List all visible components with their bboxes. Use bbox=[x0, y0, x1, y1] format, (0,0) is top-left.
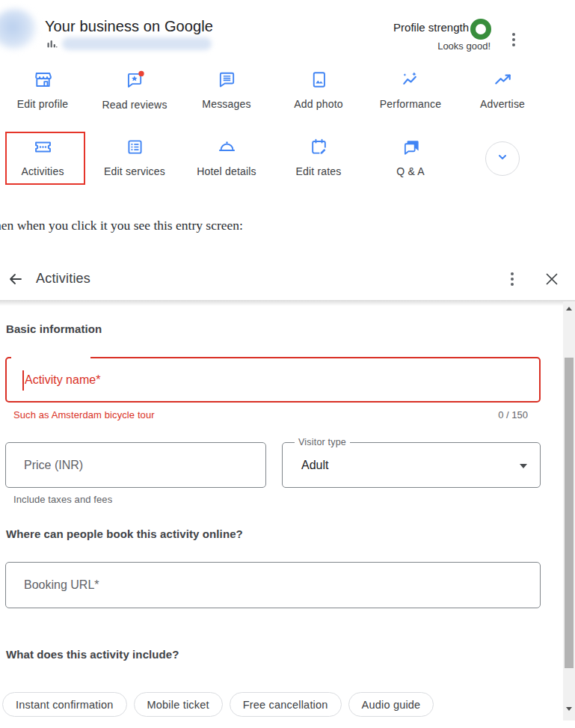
action-label: Edit rates bbox=[274, 165, 363, 177]
notification-dot bbox=[138, 71, 144, 76]
action-label: Messages bbox=[182, 98, 271, 110]
business-logo-blurred bbox=[0, 9, 37, 49]
activity-name-helper: Such as Amsterdam bicycle tour bbox=[13, 409, 155, 420]
ticket-icon bbox=[33, 137, 53, 158]
action-label: Advertise bbox=[458, 98, 547, 110]
booking-url-input[interactable] bbox=[6, 563, 540, 608]
action-label: Edit services bbox=[90, 165, 179, 177]
action-qa[interactable]: Q & A bbox=[366, 137, 455, 177]
review-bubble-icon bbox=[124, 70, 146, 91]
show-more-actions-button[interactable] bbox=[485, 141, 520, 176]
action-label: Q & A bbox=[366, 165, 455, 177]
services-list-icon bbox=[125, 137, 145, 158]
action-label: Read reviews bbox=[90, 99, 179, 111]
price-input[interactable] bbox=[6, 443, 265, 487]
chip-mobile-ticket[interactable]: Mobile ticket bbox=[134, 692, 223, 717]
bar-chart-icon bbox=[46, 38, 58, 52]
view-count-blurred bbox=[62, 37, 212, 50]
price-helper: Include taxes and fees bbox=[13, 494, 112, 505]
profile-strength-ring-icon bbox=[470, 19, 491, 40]
scrollbar[interactable] bbox=[563, 302, 575, 721]
back-arrow-icon[interactable] bbox=[6, 270, 24, 288]
chevron-down-icon bbox=[495, 150, 510, 168]
dialog-overflow-menu-icon[interactable] bbox=[507, 270, 517, 288]
scrollbar-thumb[interactable] bbox=[565, 358, 574, 668]
character-counter: 0 / 150 bbox=[498, 409, 528, 420]
chip-free-cancellation[interactable]: Free cancellation bbox=[230, 692, 342, 717]
basic-information-heading: Basic information bbox=[6, 322, 102, 335]
booking-url-field[interactable] bbox=[5, 562, 541, 608]
activity-name-field[interactable] bbox=[5, 357, 541, 403]
action-label: Activities bbox=[0, 165, 87, 177]
action-advertise[interactable]: Advertise bbox=[458, 70, 547, 110]
action-edit-profile[interactable]: Edit profile bbox=[0, 70, 87, 110]
trending-up-icon bbox=[493, 70, 513, 91]
overflow-menu-icon[interactable] bbox=[509, 29, 518, 50]
cloche-icon bbox=[217, 137, 237, 158]
chip-audio-guide[interactable]: Audio guide bbox=[348, 692, 434, 717]
action-performance[interactable]: Performance bbox=[366, 70, 455, 110]
action-read-reviews[interactable]: Read reviews bbox=[90, 70, 179, 111]
scroll-shadow bbox=[0, 301, 575, 306]
action-label: Hotel details bbox=[182, 165, 271, 177]
visitor-type-value: Adult bbox=[301, 443, 328, 487]
add-photo-icon bbox=[309, 70, 329, 91]
dropdown-arrow-icon bbox=[520, 464, 527, 468]
price-field[interactable] bbox=[5, 442, 266, 488]
performance-sparkline-icon bbox=[401, 70, 421, 91]
scroll-up-arrow-icon[interactable] bbox=[566, 307, 572, 311]
action-hotel-details[interactable]: Hotel details bbox=[182, 137, 271, 177]
message-bubble-icon bbox=[217, 70, 237, 91]
includes-chip-row: Instant confirmation Mobile ticket Free … bbox=[2, 692, 434, 717]
includes-heading: What does this activity include? bbox=[6, 648, 179, 661]
action-label: Add photo bbox=[274, 98, 363, 110]
action-edit-services[interactable]: Edit services bbox=[90, 137, 179, 177]
booking-heading: Where can people book this activity onli… bbox=[6, 527, 243, 540]
visitor-type-select[interactable]: Visitor type Adult bbox=[282, 442, 541, 488]
profile-strength-status: Looks good! bbox=[437, 40, 491, 52]
activity-name-input[interactable] bbox=[7, 358, 539, 401]
action-activities[interactable]: Activities bbox=[0, 137, 87, 177]
action-add-photo[interactable]: Add photo bbox=[274, 70, 363, 110]
action-label: Edit profile bbox=[0, 98, 87, 110]
action-messages[interactable]: Messages bbox=[182, 70, 271, 110]
google-business-profile-page: Your business on Google Profile strength… bbox=[0, 0, 575, 728]
chat-bubbles-icon bbox=[401, 137, 421, 158]
storefront-icon bbox=[33, 70, 53, 91]
text-cursor bbox=[22, 370, 24, 391]
action-edit-rates[interactable]: Edit rates bbox=[274, 137, 363, 177]
close-icon[interactable] bbox=[544, 272, 559, 287]
action-label: Performance bbox=[366, 98, 455, 110]
chip-instant-confirmation[interactable]: Instant confirmation bbox=[2, 692, 127, 717]
profile-strength-label: Profile strength bbox=[393, 21, 469, 34]
scroll-down-arrow-icon[interactable] bbox=[566, 707, 572, 711]
page-title: Your business on Google bbox=[45, 18, 213, 35]
article-caption: hen when you click it you see this entry… bbox=[0, 218, 243, 233]
calendar-edit-icon bbox=[309, 137, 329, 158]
outline-notch bbox=[11, 357, 90, 358]
article-caption-wrap: hen when you click it you see this entry… bbox=[0, 218, 449, 233]
dialog-title: Activities bbox=[36, 271, 90, 287]
